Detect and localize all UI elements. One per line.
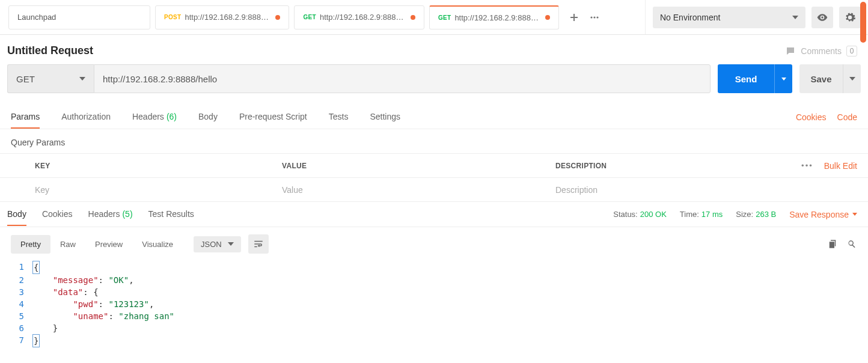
method-url-group: GET: [7, 64, 711, 93]
column-options-button[interactable]: •••: [801, 161, 813, 170]
svg-point-0: [591, 16, 593, 18]
tab-settings[interactable]: Settings: [370, 106, 400, 129]
wrap-lines-button[interactable]: [248, 234, 269, 254]
save-dropdown-button[interactable]: [843, 64, 861, 93]
params-row: [0, 178, 868, 202]
code-line: "pwd": "123123",: [32, 298, 154, 310]
comments-count: 0: [846, 46, 857, 56]
tab-label: Launchpad: [17, 13, 56, 22]
copy-icon: [827, 239, 838, 249]
resp-tab-cookies[interactable]: Cookies: [42, 203, 73, 226]
request-tabs: Params Authorization Headers(6) Body Pre…: [0, 105, 868, 129]
method-value: GET: [16, 74, 35, 84]
wrap-icon: [253, 239, 264, 249]
tab-prerequest[interactable]: Pre-request Script: [239, 106, 307, 129]
method-badge: GET: [438, 14, 451, 21]
response-toolbar: Pretty Raw Preview Visualize JSON: [0, 227, 868, 261]
view-raw[interactable]: Raw: [50, 235, 85, 254]
comments-button[interactable]: Comments 0: [785, 46, 857, 56]
code-line: {: [32, 261, 40, 274]
line-number: 1: [0, 261, 32, 274]
format-select[interactable]: JSON: [194, 236, 241, 252]
line-number: 2: [0, 274, 32, 286]
top-right-controls: No Environment: [645, 0, 868, 34]
gear-icon: [844, 11, 856, 23]
tab-body[interactable]: Body: [198, 106, 218, 129]
col-key: KEY: [0, 162, 274, 170]
send-button[interactable]: Send: [718, 64, 774, 93]
tab-request-1[interactable]: GET http://192.168.2.9:8888/u...: [294, 5, 424, 29]
resp-tab-headers[interactable]: Headers(5): [88, 203, 133, 226]
comment-icon: [785, 46, 796, 56]
caret-down-icon: [781, 78, 786, 81]
tab-label: http://192.168.2.9:8888/...: [185, 13, 272, 22]
method-badge: POST: [164, 14, 181, 20]
caret-down-icon: [849, 77, 855, 81]
request-title: Untitled Request: [7, 44, 93, 57]
new-tab-button[interactable]: [564, 7, 584, 28]
method-select[interactable]: GET: [7, 64, 94, 93]
environment-quicklook-button[interactable]: [811, 7, 833, 28]
response-tabs: Body Cookies Headers(5) Test Results Sta…: [0, 202, 868, 227]
code-line: "message": "OK",: [32, 274, 134, 286]
tab-overflow-button[interactable]: [584, 7, 605, 28]
tab-params[interactable]: Params: [11, 106, 40, 129]
tab-tests[interactable]: Tests: [329, 106, 349, 129]
view-pretty[interactable]: Pretty: [11, 235, 50, 254]
chevron-down-icon: [228, 242, 234, 246]
time-meta: Time:17 ms: [680, 210, 723, 219]
svg-point-2: [597, 16, 599, 18]
tabs-area: Launchpad POST http://192.168.2.9:8888/.…: [0, 0, 645, 34]
dirty-dot-icon: [545, 15, 550, 20]
line-number: 4: [0, 298, 32, 310]
send-button-group: Send: [718, 64, 792, 93]
top-bar: Launchpad POST http://192.168.2.9:8888/.…: [0, 0, 868, 35]
tab-label: http://192.168.2.9:8888/h...: [454, 13, 542, 22]
url-row: GET Send Save: [0, 64, 868, 105]
environment-label: No Environment: [660, 13, 720, 22]
code-line: }: [32, 334, 40, 347]
chevron-down-icon: [79, 77, 85, 81]
param-desc-input[interactable]: [555, 185, 860, 195]
search-response-button[interactable]: [846, 239, 857, 249]
response-body[interactable]: 1{ 2 "message": "OK", 3 "data": { 4 "pwd…: [0, 261, 868, 352]
save-button-group: Save: [799, 64, 861, 93]
environment-select[interactable]: No Environment: [653, 7, 805, 28]
url-input[interactable]: [94, 64, 711, 93]
query-params-label: Query Params: [0, 129, 868, 153]
code-line: }: [32, 322, 58, 334]
dots-icon: [590, 13, 599, 22]
send-dropdown-button[interactable]: [774, 64, 792, 93]
settings-button[interactable]: [839, 7, 861, 28]
dirty-dot-icon: [275, 15, 280, 20]
params-table: KEY VALUE DESCRIPTION ••• Bulk Edit: [0, 153, 868, 202]
line-number: 3: [0, 286, 32, 298]
comments-label: Comments: [801, 46, 842, 56]
plus-icon: [569, 13, 579, 22]
scrollbar-thumb[interactable]: [860, 2, 866, 43]
param-value-input[interactable]: [282, 185, 539, 195]
resp-tab-body[interactable]: Body: [7, 203, 26, 226]
tab-headers[interactable]: Headers(6): [132, 106, 177, 129]
code-line: "uname": "zhang san": [32, 310, 174, 322]
resp-tab-test-results[interactable]: Test Results: [148, 203, 194, 226]
caret-down-icon: [852, 213, 857, 216]
tab-request-2[interactable]: GET http://192.168.2.9:8888/h...: [429, 5, 559, 29]
copy-response-button[interactable]: [827, 239, 838, 249]
col-description: DESCRIPTION: [547, 162, 801, 170]
params-header-row: KEY VALUE DESCRIPTION ••• Bulk Edit: [0, 154, 868, 178]
tab-authorization[interactable]: Authorization: [61, 106, 111, 129]
save-button[interactable]: Save: [799, 64, 843, 93]
code-link[interactable]: Code: [837, 112, 857, 122]
tab-launchpad[interactable]: Launchpad: [8, 5, 150, 29]
view-visualize[interactable]: Visualize: [132, 235, 183, 254]
bulk-edit-link[interactable]: Bulk Edit: [824, 161, 857, 171]
size-meta: Size:263 B: [736, 210, 776, 219]
param-key-input[interactable]: [35, 185, 265, 195]
tab-request-0[interactable]: POST http://192.168.2.9:8888/...: [155, 5, 289, 29]
chevron-down-icon: [792, 16, 798, 19]
save-response-button[interactable]: Save Response: [789, 210, 857, 219]
cookies-link[interactable]: Cookies: [796, 112, 827, 122]
view-preview[interactable]: Preview: [85, 235, 132, 254]
tab-label: http://192.168.2.9:8888/u...: [320, 13, 407, 22]
